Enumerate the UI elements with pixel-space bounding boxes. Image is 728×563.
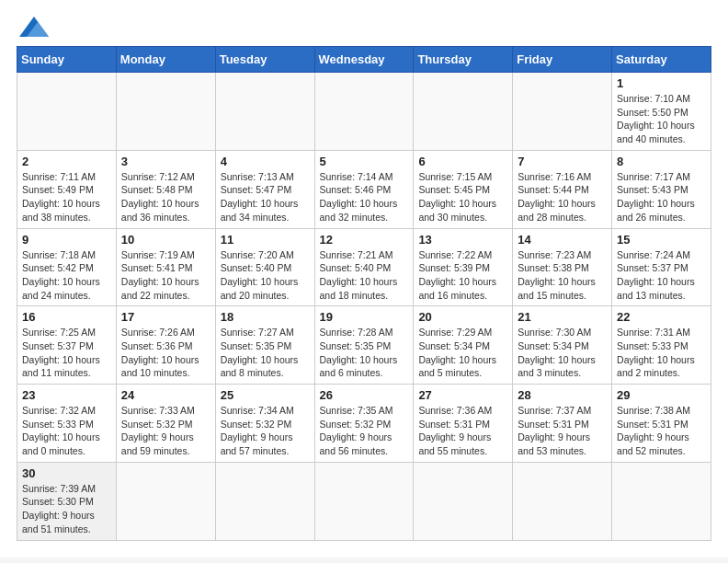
day-info: Sunrise: 7:17 AM Sunset: 5:43 PM Dayligh… — [617, 170, 706, 224]
calendar-cell: 14Sunrise: 7:23 AM Sunset: 5:38 PM Dayli… — [513, 228, 612, 306]
calendar-cell: 24Sunrise: 7:33 AM Sunset: 5:32 PM Dayli… — [116, 385, 215, 463]
day-info: Sunrise: 7:31 AM Sunset: 5:33 PM Dayligh… — [617, 326, 706, 380]
day-number: 28 — [518, 388, 607, 402]
day-info: Sunrise: 7:26 AM Sunset: 5:36 PM Dayligh… — [121, 326, 210, 380]
calendar-cell: 19Sunrise: 7:28 AM Sunset: 5:35 PM Dayli… — [314, 306, 414, 385]
calendar-cell: 5Sunrise: 7:14 AM Sunset: 5:46 PM Daylig… — [314, 150, 414, 228]
day-number: 17 — [121, 310, 210, 324]
calendar: SundayMondayTuesdayWednesdayThursdayFrid… — [17, 46, 711, 541]
calendar-cell: 30Sunrise: 7:39 AM Sunset: 5:30 PM Dayli… — [17, 462, 117, 540]
day-info: Sunrise: 7:22 AM Sunset: 5:39 PM Dayligh… — [418, 248, 507, 303]
day-number: 3 — [121, 155, 210, 168]
calendar-week-row: 23Sunrise: 7:32 AM Sunset: 5:33 PM Dayli… — [17, 385, 711, 463]
day-number: 27 — [418, 388, 507, 402]
weekday-header-monday: Monday — [116, 47, 215, 73]
calendar-cell: 1Sunrise: 7:10 AM Sunset: 5:50 PM Daylig… — [612, 73, 711, 151]
day-number: 7 — [518, 155, 607, 168]
calendar-cell — [513, 462, 612, 540]
day-info: Sunrise: 7:25 AM Sunset: 5:37 PM Dayligh… — [22, 326, 111, 380]
day-number: 13 — [418, 233, 507, 247]
day-number: 30 — [22, 466, 111, 480]
calendar-cell: 25Sunrise: 7:34 AM Sunset: 5:32 PM Dayli… — [215, 385, 314, 463]
calendar-cell: 16Sunrise: 7:25 AM Sunset: 5:37 PM Dayli… — [17, 306, 117, 385]
calendar-cell — [116, 73, 215, 151]
day-info: Sunrise: 7:35 AM Sunset: 5:32 PM Dayligh… — [320, 404, 409, 458]
weekday-header-wednesday: Wednesday — [314, 47, 414, 73]
calendar-week-row: 2Sunrise: 7:11 AM Sunset: 5:49 PM Daylig… — [17, 150, 711, 228]
day-info: Sunrise: 7:39 AM Sunset: 5:30 PM Dayligh… — [22, 482, 111, 536]
calendar-cell: 12Sunrise: 7:21 AM Sunset: 5:40 PM Dayli… — [314, 228, 414, 306]
day-info: Sunrise: 7:15 AM Sunset: 5:45 PM Dayligh… — [418, 170, 507, 224]
calendar-week-row: 9Sunrise: 7:18 AM Sunset: 5:42 PM Daylig… — [17, 228, 711, 306]
day-info: Sunrise: 7:23 AM Sunset: 5:38 PM Dayligh… — [518, 248, 607, 303]
weekday-header-thursday: Thursday — [414, 47, 513, 73]
day-info: Sunrise: 7:14 AM Sunset: 5:46 PM Dayligh… — [320, 170, 409, 224]
day-info: Sunrise: 7:30 AM Sunset: 5:34 PM Dayligh… — [518, 326, 607, 380]
calendar-cell: 22Sunrise: 7:31 AM Sunset: 5:33 PM Dayli… — [612, 306, 711, 385]
calendar-cell: 8Sunrise: 7:17 AM Sunset: 5:43 PM Daylig… — [612, 150, 711, 228]
day-number: 1 — [617, 76, 706, 90]
calendar-cell: 21Sunrise: 7:30 AM Sunset: 5:34 PM Dayli… — [513, 306, 612, 385]
day-number: 26 — [320, 388, 409, 402]
calendar-cell: 17Sunrise: 7:26 AM Sunset: 5:36 PM Dayli… — [116, 306, 215, 385]
calendar-cell: 10Sunrise: 7:19 AM Sunset: 5:41 PM Dayli… — [116, 228, 215, 306]
calendar-cell: 9Sunrise: 7:18 AM Sunset: 5:42 PM Daylig… — [17, 228, 117, 306]
day-number: 21 — [518, 310, 607, 324]
calendar-cell: 3Sunrise: 7:12 AM Sunset: 5:48 PM Daylig… — [116, 150, 215, 228]
calendar-cell — [414, 73, 513, 151]
day-info: Sunrise: 7:13 AM Sunset: 5:47 PM Dayligh… — [221, 170, 310, 224]
calendar-cell: 23Sunrise: 7:32 AM Sunset: 5:33 PM Dayli… — [17, 385, 117, 463]
day-number: 15 — [617, 233, 706, 247]
day-number: 8 — [617, 155, 706, 168]
day-number: 20 — [418, 310, 507, 324]
day-number: 18 — [221, 310, 310, 324]
calendar-cell: 2Sunrise: 7:11 AM Sunset: 5:49 PM Daylig… — [17, 150, 117, 228]
day-number: 23 — [22, 388, 111, 402]
calendar-cell: 26Sunrise: 7:35 AM Sunset: 5:32 PM Dayli… — [314, 385, 414, 463]
calendar-cell — [414, 462, 513, 540]
logo — [17, 17, 49, 37]
day-info: Sunrise: 7:32 AM Sunset: 5:33 PM Dayligh… — [22, 404, 111, 458]
weekday-header-sunday: Sunday — [17, 47, 117, 73]
day-info: Sunrise: 7:12 AM Sunset: 5:48 PM Dayligh… — [121, 170, 210, 224]
calendar-cell: 28Sunrise: 7:37 AM Sunset: 5:31 PM Dayli… — [513, 385, 612, 463]
calendar-cell: 4Sunrise: 7:13 AM Sunset: 5:47 PM Daylig… — [215, 150, 314, 228]
day-number: 16 — [22, 310, 111, 324]
logo-icon — [19, 17, 49, 37]
day-info: Sunrise: 7:21 AM Sunset: 5:40 PM Dayligh… — [320, 248, 409, 303]
calendar-cell: 15Sunrise: 7:24 AM Sunset: 5:37 PM Dayli… — [612, 228, 711, 306]
day-info: Sunrise: 7:28 AM Sunset: 5:35 PM Dayligh… — [320, 326, 409, 380]
header — [17, 17, 711, 37]
day-info: Sunrise: 7:20 AM Sunset: 5:40 PM Dayligh… — [221, 248, 310, 303]
weekday-header-tuesday: Tuesday — [215, 47, 314, 73]
day-number: 25 — [221, 388, 310, 402]
calendar-cell: 18Sunrise: 7:27 AM Sunset: 5:35 PM Dayli… — [215, 306, 314, 385]
day-number: 14 — [518, 233, 607, 247]
day-info: Sunrise: 7:11 AM Sunset: 5:49 PM Dayligh… — [22, 170, 111, 224]
calendar-week-row: 30Sunrise: 7:39 AM Sunset: 5:30 PM Dayli… — [17, 462, 711, 540]
calendar-cell: 13Sunrise: 7:22 AM Sunset: 5:39 PM Dayli… — [414, 228, 513, 306]
calendar-cell — [215, 462, 314, 540]
calendar-cell — [17, 73, 117, 151]
calendar-cell: 27Sunrise: 7:36 AM Sunset: 5:31 PM Dayli… — [414, 385, 513, 463]
day-number: 9 — [22, 233, 111, 247]
day-info: Sunrise: 7:37 AM Sunset: 5:31 PM Dayligh… — [518, 404, 607, 458]
day-info: Sunrise: 7:19 AM Sunset: 5:41 PM Dayligh… — [121, 248, 210, 303]
day-number: 19 — [320, 310, 409, 324]
weekday-header-row: SundayMondayTuesdayWednesdayThursdayFrid… — [17, 47, 711, 73]
day-number: 4 — [221, 155, 310, 168]
calendar-cell — [314, 73, 414, 151]
calendar-cell: 11Sunrise: 7:20 AM Sunset: 5:40 PM Dayli… — [215, 228, 314, 306]
day-info: Sunrise: 7:29 AM Sunset: 5:34 PM Dayligh… — [418, 326, 507, 380]
calendar-cell — [215, 73, 314, 151]
day-info: Sunrise: 7:34 AM Sunset: 5:32 PM Dayligh… — [221, 404, 310, 458]
calendar-cell — [612, 462, 711, 540]
calendar-cell — [116, 462, 215, 540]
weekday-header-saturday: Saturday — [612, 47, 711, 73]
day-info: Sunrise: 7:18 AM Sunset: 5:42 PM Dayligh… — [22, 248, 111, 303]
day-info: Sunrise: 7:33 AM Sunset: 5:32 PM Dayligh… — [121, 404, 210, 458]
calendar-cell: 7Sunrise: 7:16 AM Sunset: 5:44 PM Daylig… — [513, 150, 612, 228]
day-number: 10 — [121, 233, 210, 247]
calendar-week-row: 16Sunrise: 7:25 AM Sunset: 5:37 PM Dayli… — [17, 306, 711, 385]
day-number: 29 — [617, 388, 706, 402]
